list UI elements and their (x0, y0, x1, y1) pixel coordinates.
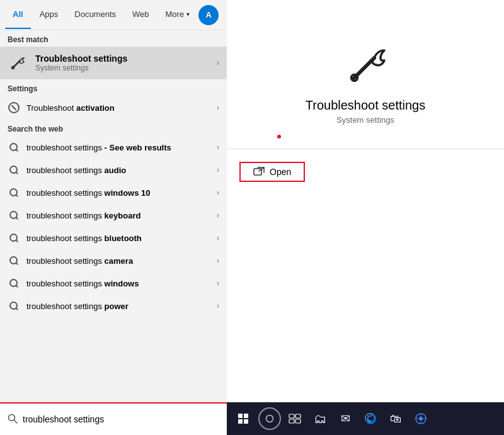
best-match-item[interactable]: Troubleshoot settings System settings › (0, 47, 227, 79)
best-match-text: Troubleshoot settings System settings (35, 54, 127, 72)
red-dot-indicator (277, 135, 281, 138)
best-match-title: Troubleshoot settings (35, 54, 127, 64)
web-item-0[interactable]: troubleshoot settings - See web results … (0, 136, 227, 159)
search-panel: All Apps Documents Web More ▾ A ··· ✕ Be… (0, 0, 227, 435)
task-view-button[interactable] (284, 407, 306, 430)
web-item-text-5: troubleshoot settings camera (26, 256, 133, 266)
web-item-text-4: troubleshoot settings bluetooth (26, 234, 142, 243)
settings-section-label: Settings (0, 79, 227, 96)
avatar-button[interactable]: A (198, 5, 219, 25)
best-match-subtitle: System settings (35, 64, 127, 72)
tab-web[interactable]: Web (125, 1, 157, 29)
web-item-5[interactable]: troubleshoot settings camera › (0, 249, 227, 272)
search-icon (8, 254, 20, 267)
browser-button[interactable] (410, 407, 432, 430)
nav-tabs: All Apps Documents Web More ▾ A ··· ✕ (0, 0, 227, 30)
search-icon (8, 209, 20, 222)
web-item-6[interactable]: troubleshoot settings windows › (0, 272, 227, 295)
svg-line-3 (14, 420, 18, 423)
windows-logo-icon (238, 414, 248, 424)
tab-more[interactable]: More ▾ (158, 1, 198, 29)
tab-documents[interactable]: Documents (67, 1, 123, 29)
tab-all[interactable]: All (5, 1, 31, 29)
search-icon (8, 300, 20, 312)
open-button[interactable]: Open (239, 162, 305, 182)
result-subtitle: System settings (336, 115, 394, 125)
open-button-label: Open (270, 167, 291, 177)
web-item-2[interactable]: troubleshoot settings windows 10 › (0, 181, 227, 204)
web-item-7[interactable]: troubleshoot settings power › (0, 295, 227, 317)
chevron-right-icon: › (217, 256, 219, 265)
start-button[interactable] (232, 407, 255, 430)
store-button[interactable]: 🛍 (384, 407, 407, 430)
chevron-right-icon: › (217, 279, 219, 288)
svg-rect-10 (289, 419, 294, 423)
wrench-icon (8, 53, 28, 73)
svg-point-7 (266, 415, 273, 422)
search-icon (8, 232, 20, 244)
result-wrench-icon (340, 38, 391, 88)
web-item-text-7: troubleshoot settings power (26, 302, 129, 311)
settings-item-text: Troubleshoot activation (26, 103, 115, 113)
svg-rect-11 (295, 419, 301, 423)
web-item-text-2: troubleshoot settings windows 10 (26, 188, 151, 198)
chevron-right-icon: › (217, 59, 219, 67)
svg-rect-8 (289, 414, 294, 418)
svg-rect-9 (295, 414, 301, 418)
chevron-right-icon: › (217, 234, 219, 242)
taskbar: 🗂 ✉ 🛍 (227, 402, 504, 435)
web-item-text-6: troubleshoot settings windows (26, 279, 139, 288)
search-bar[interactable]: troubleshoot settings (0, 402, 227, 435)
chevron-right-icon: › (217, 143, 219, 152)
chevron-right-icon: › (217, 188, 219, 197)
web-section-label: Search the web (0, 120, 227, 136)
prohibited-icon (8, 101, 20, 114)
web-item-3[interactable]: troubleshoot settings keyboard › (0, 204, 227, 227)
chevron-right-icon: › (217, 302, 219, 310)
search-bar-icon (8, 414, 18, 426)
best-match-label: Best match (0, 30, 227, 47)
web-item-1[interactable]: troubleshoot settings audio › (0, 159, 227, 181)
file-explorer-button[interactable]: 🗂 (309, 407, 331, 430)
search-icon (8, 141, 20, 154)
web-item-text-1: troubleshoot settings audio (26, 166, 126, 175)
search-input-value: troubleshoot settings (23, 414, 104, 424)
right-panel: Troubleshoot settings System settings Op… (227, 0, 504, 403)
result-title: Troubleshoot settings (306, 98, 425, 113)
settings-item-troubleshoot-activation[interactable]: Troubleshoot activation › (0, 96, 227, 120)
mail-button[interactable]: ✉ (334, 407, 357, 430)
web-item-text-0: troubleshoot settings - See web results (26, 143, 171, 152)
search-icon (8, 277, 20, 290)
cortana-button[interactable] (258, 407, 281, 430)
web-item-4[interactable]: troubleshoot settings bluetooth › (0, 227, 227, 249)
chevron-right-icon: › (217, 211, 219, 220)
search-icon (8, 186, 20, 199)
search-icon (8, 164, 20, 176)
chevron-right-icon: › (217, 166, 219, 174)
divider (227, 149, 504, 149)
chevron-down-icon: ▾ (186, 11, 190, 18)
web-item-text-3: troubleshoot settings keyboard (26, 211, 140, 220)
tab-apps[interactable]: Apps (32, 1, 66, 29)
edge-browser-button[interactable] (359, 407, 382, 430)
content-area: Best match Troubleshoot settings System … (0, 30, 227, 402)
open-icon (253, 167, 265, 177)
chevron-right-icon: › (217, 103, 219, 112)
